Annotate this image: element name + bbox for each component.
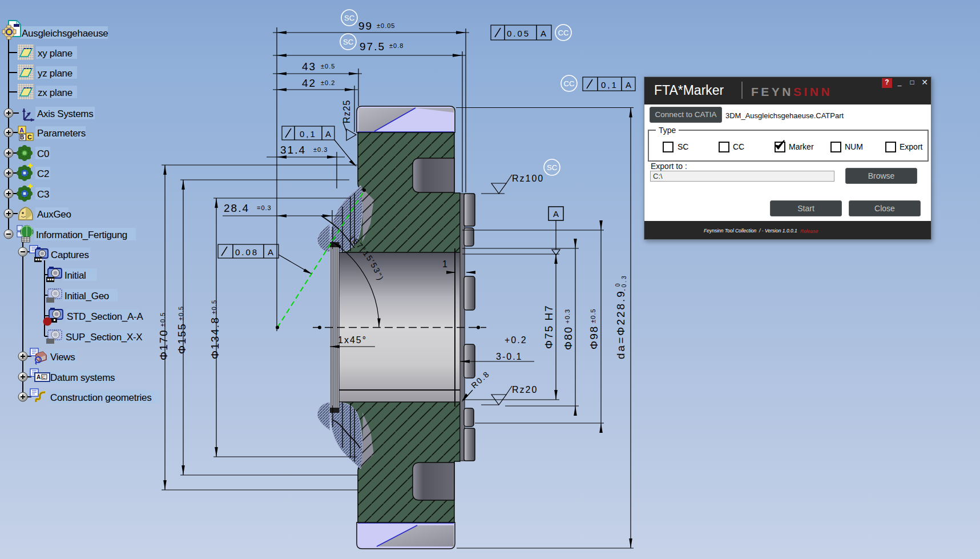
svg-text:Ausgleichsgehaeuse: Ausgleichsgehaeuse (22, 28, 108, 39)
svg-text:3-0.1: 3-0.1 (496, 352, 522, 361)
svg-text:Φ80+0.3: Φ80+0.3 (562, 309, 574, 350)
svg-text:A: A (553, 209, 560, 219)
svg-text:A: A (37, 374, 41, 380)
svg-text:Φ98±0.5: Φ98±0.5 (588, 308, 600, 349)
svg-text:da=Φ228.90-0.3: da=Φ228.90-0.3 (615, 274, 627, 359)
svg-text:CC: CC (558, 29, 569, 37)
svg-text:A: A (268, 247, 275, 257)
svg-text:Construction geometries: Construction geometries (50, 392, 151, 403)
svg-text:1: 1 (442, 259, 449, 269)
svg-text:SC: SC (343, 38, 353, 46)
svg-text:C0: C0 (37, 148, 49, 159)
svg-text:±0.05: ±0.05 (377, 22, 395, 29)
svg-text:Rz20: Rz20 (512, 385, 538, 395)
svg-text:A: A (626, 80, 632, 90)
svg-text:A: A (19, 127, 24, 134)
svg-text:Φ134.8±0.5: Φ134.8±0.5 (209, 300, 221, 359)
svg-text:43: 43 (302, 61, 316, 73)
svg-text:97.5: 97.5 (360, 41, 385, 53)
svg-text:yz plane: yz plane (38, 68, 72, 79)
svg-text:Views: Views (50, 352, 75, 363)
svg-text:0,1: 0,1 (300, 129, 317, 139)
svg-text:C: C (27, 134, 32, 140)
svg-text:0.08: 0.08 (235, 247, 259, 257)
svg-text:=0.3: =0.3 (257, 204, 272, 211)
svg-text:CC: CC (564, 79, 575, 88)
svg-text:SC: SC (547, 163, 557, 172)
svg-text:SUP_Section_X-X: SUP_Section_X-X (66, 332, 142, 343)
svg-text:+0.2: +0.2 (505, 335, 527, 345)
svg-text:B: B (20, 134, 24, 140)
svg-text:Information_Fertigung: Information_Fertigung (36, 230, 127, 240)
svg-text:C2: C2 (37, 168, 49, 179)
svg-text:Rz25: Rz25 (342, 100, 352, 123)
svg-text:C: C (42, 375, 46, 380)
svg-text:±0.2: ±0.2 (321, 79, 335, 86)
svg-text:xy plane: xy plane (38, 48, 72, 59)
svg-text:Initial: Initial (64, 270, 86, 281)
svg-text:STD_Section_A-A: STD_Section_A-A (67, 311, 143, 322)
svg-text:Captures: Captures (51, 250, 89, 260)
svg-text:zx plane: zx plane (38, 87, 72, 98)
svg-text:Φ75 H7: Φ75 H7 (543, 304, 555, 349)
svg-text:A: A (325, 129, 332, 139)
svg-text:0.05: 0.05 (507, 29, 530, 38)
svg-text:C3: C3 (37, 189, 49, 200)
svg-text:Axis Systems: Axis Systems (37, 108, 93, 119)
svg-text:±0.3: ±0.3 (313, 146, 328, 153)
svg-text:±0.8: ±0.8 (389, 42, 404, 49)
svg-text:42: 42 (302, 77, 316, 89)
svg-text:SC: SC (344, 14, 354, 22)
svg-text:0,1: 0,1 (601, 80, 618, 90)
svg-text:28.4: 28.4 (224, 202, 249, 214)
svg-text:99: 99 (358, 20, 373, 32)
svg-text:31.4: 31.4 (280, 144, 306, 156)
svg-text:Datum systems: Datum systems (50, 372, 115, 383)
svg-text:Initial_Geo: Initial_Geo (64, 291, 109, 301)
svg-text:AuxGeo: AuxGeo (37, 209, 71, 220)
svg-text:Rz100: Rz100 (512, 174, 544, 183)
svg-text:1x45°: 1x45° (338, 335, 367, 345)
svg-text:A: A (541, 29, 547, 38)
svg-text:±0.5: ±0.5 (321, 63, 335, 70)
svg-text:Parameters: Parameters (37, 128, 86, 139)
